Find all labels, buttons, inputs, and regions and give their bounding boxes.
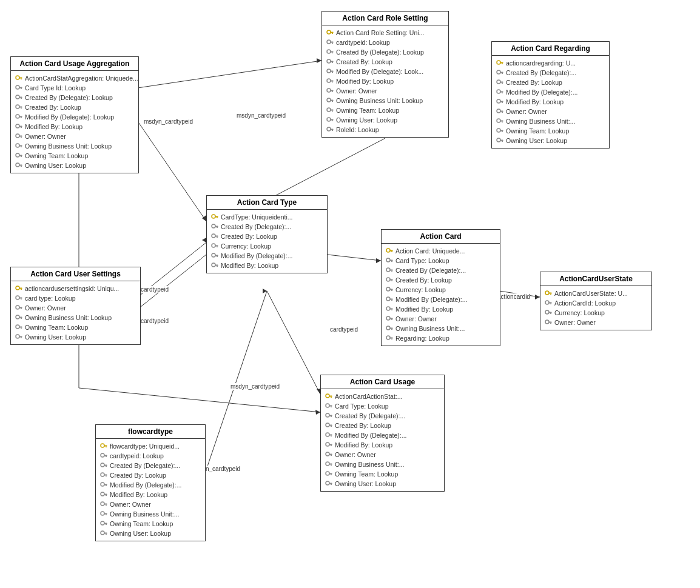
entity-title-ac: Action Card: [382, 230, 500, 244]
entity-fields-acu: ActionCardActionStat:... Card Type: Look…: [321, 389, 444, 491]
svg-marker-10: [376, 258, 381, 263]
svg-point-101: [497, 119, 500, 122]
svg-point-206: [326, 452, 329, 456]
key-icon: [496, 68, 504, 77]
svg-line-2: [267, 138, 385, 200]
field-text: Owning User: Lookup: [506, 137, 567, 144]
svg-rect-136: [21, 309, 22, 310]
key-icon: [210, 252, 219, 260]
svg-rect-216: [329, 483, 332, 484]
key-icon: [15, 284, 23, 293]
field-row: Modified By: Lookup: [496, 97, 605, 107]
field-row: Created By: Lookup: [385, 275, 496, 285]
key-icon: [99, 510, 108, 518]
field-row: RoleId: Lookup: [326, 125, 445, 135]
key-icon: [326, 28, 334, 37]
key-icon: [325, 441, 333, 449]
svg-point-41: [16, 144, 19, 147]
key-icon: [326, 87, 334, 95]
svg-rect-156: [390, 279, 393, 281]
svg-rect-246: [104, 533, 107, 534]
svg-rect-102: [500, 121, 503, 122]
entity-fields-acr: actioncardregarding: U... Created By (De…: [492, 56, 609, 148]
key-icon: [326, 38, 334, 47]
key-icon: [326, 116, 334, 124]
field-text: Owning User: Lookup: [25, 162, 86, 169]
svg-rect-153: [390, 270, 393, 271]
key-icon: [99, 481, 108, 489]
key-icon: [326, 96, 334, 105]
svg-point-236: [101, 502, 104, 506]
svg-rect-139: [21, 318, 22, 319]
svg-rect-85: [502, 64, 503, 65]
svg-rect-195: [329, 415, 332, 416]
field-text: Currency: Lookup: [221, 242, 271, 250]
entity-action-card-usage: Action Card Usage ActionCardActionStat:.…: [320, 375, 445, 492]
svg-rect-33: [19, 116, 22, 118]
field-row: actioncardusersettingsid: Uniqu...: [15, 284, 136, 293]
key-icon: [326, 58, 334, 66]
svg-point-212: [326, 472, 329, 475]
svg-point-110: [212, 215, 215, 218]
svg-rect-87: [500, 72, 503, 73]
svg-point-164: [386, 307, 390, 310]
svg-rect-69: [331, 90, 334, 92]
entity-fields-act: CardType: Uniqueidenti... Created By (De…: [207, 210, 327, 273]
svg-rect-142: [21, 328, 22, 329]
field-text: Owner: Owner: [506, 108, 547, 115]
key-icon: [496, 107, 504, 116]
key-icon: [385, 305, 394, 313]
svg-rect-159: [390, 289, 393, 290]
entity-title-act: Action Card Type: [207, 196, 327, 210]
field-text: Created By (Delegate):...: [395, 267, 466, 274]
field-row: Owning User: Lookup: [15, 161, 135, 170]
field-row: cardtypeid: Lookup: [99, 451, 201, 461]
entity-action-card: Action Card Action Card: Uniquede... Car…: [381, 229, 500, 346]
field-row: Owning Team: Lookup: [15, 151, 135, 161]
svg-rect-175: [391, 339, 392, 340]
field-text: Owning Business Unit:...: [335, 461, 404, 468]
field-text: Currency: Lookup: [554, 309, 605, 316]
field-row: Card Type: Lookup: [325, 401, 440, 411]
field-row: Owner: Owner: [326, 86, 445, 96]
svg-rect-165: [390, 309, 393, 310]
svg-rect-237: [104, 504, 107, 505]
diagram-container: msdyn_cardtypeid msdyn_cardtypeid cardty…: [0, 0, 700, 588]
key-icon: [385, 266, 394, 275]
svg-rect-240: [104, 513, 107, 515]
svg-point-53: [327, 40, 331, 44]
svg-rect-66: [331, 81, 334, 82]
svg-point-98: [497, 109, 500, 113]
field-text: Action Card: Uniquede...: [395, 247, 465, 255]
svg-rect-208: [331, 455, 332, 456]
svg-point-215: [326, 481, 329, 485]
key-icon: [496, 88, 504, 96]
field-text: Modified By (Delegate): Look...: [336, 68, 423, 75]
field-row: ActionCardUserState: U...: [544, 289, 648, 298]
key-icon: [15, 93, 23, 102]
svg-point-209: [326, 462, 329, 466]
key-icon: [15, 103, 23, 112]
field-text: Card Type Id: Lookup: [25, 84, 86, 92]
entity-flowcardtype: flowcardtype flowcardtype: Uniqueid... c…: [95, 424, 206, 541]
svg-point-179: [545, 301, 549, 304]
svg-point-143: [16, 335, 19, 338]
svg-rect-78: [331, 119, 334, 121]
svg-point-131: [16, 296, 19, 299]
svg-rect-84: [500, 62, 503, 64]
svg-rect-111: [215, 216, 218, 218]
svg-rect-220: [106, 447, 107, 448]
svg-rect-226: [106, 466, 107, 467]
field-text: Owner: Owner: [110, 501, 151, 508]
key-icon: [325, 392, 333, 401]
field-row: Card Type Id: Lookup: [15, 83, 135, 93]
field-text: Modified By: Lookup: [221, 262, 278, 269]
field-text: cardtypeid: Lookup: [336, 39, 390, 46]
svg-rect-72: [331, 100, 334, 101]
svg-rect-225: [104, 465, 107, 466]
field-row: Created By (Delegate): Lookup: [326, 47, 445, 57]
svg-rect-177: [549, 293, 552, 294]
svg-rect-40: [21, 137, 22, 138]
svg-point-122: [212, 253, 215, 257]
svg-rect-223: [106, 456, 107, 458]
